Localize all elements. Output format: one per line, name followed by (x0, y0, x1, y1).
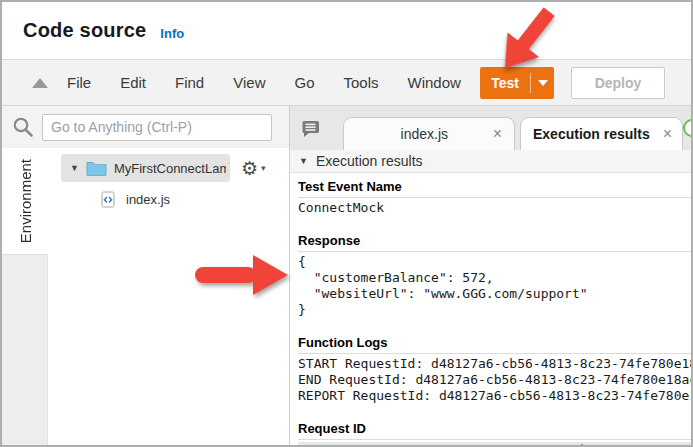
folder-name: MyFirstConnectLambda (114, 161, 226, 176)
environment-tab-label: Environment (17, 159, 34, 243)
triangle-down-icon: ▼ (299, 156, 308, 166)
gear-caret-icon: ▾ (261, 163, 266, 173)
collapse-panel-icon[interactable] (32, 78, 48, 88)
sidebar-lower: Environment ▼ MyFirstConnectLambda (2, 148, 289, 445)
function-logs-heading: Function Logs (298, 335, 691, 354)
deploy-button-label: Deploy (595, 75, 642, 91)
status-circle-icon (683, 119, 691, 137)
caret-down-icon (538, 80, 548, 86)
file-tree: ▼ MyFirstConnectLambda ⚙ ▾ (48, 148, 289, 445)
file-name: index.js (126, 192, 170, 207)
go-to-anything-input[interactable] (42, 114, 272, 141)
text-cursor (581, 444, 583, 446)
response-heading: Response (298, 233, 691, 252)
log-line-end: END RequestId: d48127a6-cb56-4813-8c23-7… (298, 372, 691, 388)
gear-icon: ⚙ (241, 159, 258, 178)
tab-indexjs[interactable]: index.js × (343, 117, 515, 150)
request-id-strip[interactable]: d48127a6-cb56-4813-8c23-74fe780e18ac (298, 442, 691, 445)
menu-items: File Edit Find View Go Tools Window (67, 74, 461, 91)
sidebar: Environment ▼ MyFirstConnectLambda (2, 106, 289, 445)
environment-strip: Environment (2, 148, 48, 445)
folder-icon (86, 160, 107, 176)
info-link[interactable]: Info (160, 26, 184, 41)
menu-edit[interactable]: Edit (120, 74, 146, 91)
test-button-label: Test (480, 75, 530, 91)
menu-find[interactable]: Find (175, 74, 204, 91)
tree-folder-row[interactable]: ▼ MyFirstConnectLambda ⚙ ▾ (61, 153, 289, 183)
header: Code source Info (2, 2, 691, 59)
log-line-report: REPORT RequestId: d48127a6-cb56-4813-8c2… (298, 388, 691, 404)
folder-pill[interactable]: ▼ MyFirstConnectLambda (61, 154, 230, 182)
menu-file[interactable]: File (67, 74, 91, 91)
execution-results-section-header[interactable]: ▼ Execution results (290, 150, 691, 173)
response-json-line: { (298, 254, 691, 270)
deploy-button[interactable]: Deploy (571, 67, 665, 99)
request-id-value: d48127a6-cb56-4813-8c23-74fe780e18ac (298, 443, 580, 446)
search-row (2, 106, 289, 148)
environment-strip-rest (2, 254, 48, 445)
tab-indexjs-label: index.js (358, 126, 491, 142)
lambda-code-editor-window: Code source Info File Edit Find View Go … (0, 0, 693, 447)
tree-settings-button[interactable]: ⚙ ▾ (241, 159, 266, 178)
tree-file-row-indexjs[interactable]: index.js (101, 186, 289, 212)
response-json-line: "websiteUrl": "www.GGG.com/support" (298, 286, 691, 302)
response-json-line: "customerBalance": 572, (298, 270, 691, 286)
test-button[interactable]: Test (480, 67, 554, 99)
test-dropdown-button[interactable] (531, 80, 554, 86)
page-title: Code source (23, 19, 146, 42)
test-event-name-heading: Test Event Name (298, 179, 691, 198)
tab-execution-results[interactable]: Execution results × (520, 117, 683, 150)
environment-tab[interactable]: Environment (2, 148, 48, 254)
tab-bar: index.js × Execution results × (290, 106, 691, 150)
app-body: Environment ▼ MyFirstConnectLambda (2, 106, 691, 445)
menu-window[interactable]: Window (408, 74, 461, 91)
main-panel: index.js × Execution results × ▼ Executi… (289, 106, 691, 445)
log-line-start: START RequestId: d48127a6-cb56-4813-8c23… (298, 356, 691, 372)
tab-list-icon[interactable] (301, 120, 320, 137)
menu-tools[interactable]: Tools (343, 74, 378, 91)
menu-view[interactable]: View (233, 74, 265, 91)
js-file-icon (101, 191, 115, 208)
test-event-name-value: ConnectMock (298, 200, 691, 216)
request-id-heading: Request ID (298, 421, 691, 440)
section-title: Execution results (316, 153, 423, 169)
close-icon[interactable]: × (661, 126, 674, 142)
menu-go[interactable]: Go (294, 74, 314, 91)
close-icon[interactable]: × (491, 126, 504, 142)
tab-execution-results-label: Execution results (533, 126, 650, 142)
execution-results-content: Test Event Name ConnectMock Response { "… (290, 173, 691, 445)
response-json-line: } (298, 302, 691, 318)
folder-expander-icon[interactable]: ▼ (70, 163, 79, 173)
menu-bar: File Edit Find View Go Tools Window Test… (2, 59, 691, 106)
search-icon (12, 116, 35, 139)
